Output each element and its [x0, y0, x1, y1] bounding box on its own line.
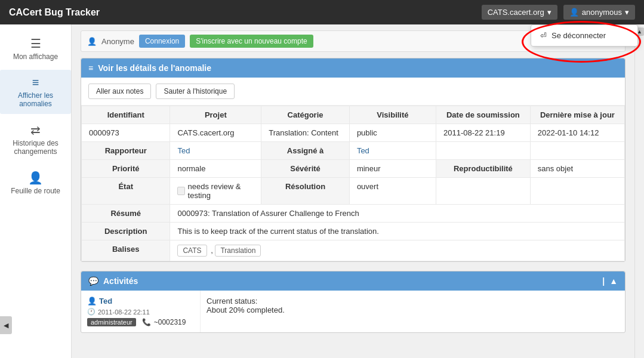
label-assigne: Assigné à — [261, 142, 350, 160]
cats-chevron-icon: ▾ — [547, 8, 551, 17]
sidebar-label-mon-affichage: Mon affichage — [13, 53, 58, 61]
activity-line1: Current status: — [207, 297, 619, 305]
empty-cell-1 — [436, 142, 531, 160]
label-severite: Sévérité — [261, 160, 350, 178]
anon-chevron-icon: ▾ — [625, 8, 629, 17]
cell-categorie: Translation: Content — [261, 124, 350, 142]
table-row-description: Description This is to keep track of the… — [82, 223, 625, 240]
app-brand: CACert Bug Tracker — [9, 7, 482, 18]
value-resolution: ouvert — [349, 178, 436, 205]
sidebar-item-afficher-anomalies[interactable]: ≡ Afficher les anomalies — [0, 70, 71, 114]
sidebar-item-mon-affichage[interactable]: ☰ Mon affichage — [0, 30, 71, 67]
anon-text: Anonyme — [101, 37, 134, 46]
label-reproductibilite: Reproductibilité — [436, 160, 531, 178]
activities-title: Activités — [103, 276, 138, 286]
status-badge: needs review & testing — [177, 182, 254, 200]
anon-icon: 👤 — [569, 8, 579, 17]
sidebar: ☰ Mon affichage ≡ Afficher les anomalies… — [0, 24, 72, 358]
value-priorite: normale — [170, 160, 261, 178]
value-assigne: Ted — [349, 142, 436, 160]
issue-panel-header: ≡ Voir les détails de l'anomalie — [81, 58, 625, 78]
goto-history-button[interactable]: Sauter à l'historique — [156, 84, 235, 99]
sidebar-item-feuille-route[interactable]: 👤 Feuille de route — [0, 165, 71, 201]
collapse-activities-icon[interactable]: ▲ — [609, 276, 618, 286]
scrollbar[interactable]: ▲ — [634, 24, 644, 358]
anon-dropdown[interactable]: 👤 anonymous ▾ — [563, 5, 635, 20]
value-resume: 0000973: Translation of Assurer Challeng… — [170, 205, 625, 223]
label-resume: Résumé — [82, 205, 170, 223]
panel-header-icon: ≡ — [88, 63, 93, 73]
list-icon: ≡ — [32, 76, 39, 90]
empty-cell-4 — [530, 178, 624, 205]
table-row-rapporteur: Rapporteur Ted Assigné à Ted — [82, 142, 625, 160]
activities-panel: 💬 Activités | ▲ 👤 Ted 🕐 2011-08-22 2 — [81, 271, 625, 333]
empty-cell-2 — [530, 142, 624, 160]
navbar: CACert Bug Tracker CATS.cacert.org ▾ 👤 a… — [0, 0, 644, 24]
issue-detail-panel: ≡ Voir les détails de l'anomalie Aller a… — [81, 58, 625, 262]
cell-id: 0000973 — [82, 124, 170, 142]
activity-role-row: administrateur 📞 ~0002319 — [87, 318, 194, 326]
value-rapporteur: Ted — [170, 142, 261, 160]
action-buttons: Aller aux notes Sauter à l'historique — [81, 78, 625, 106]
col-date-soumission: Date de soumission — [436, 106, 531, 124]
activities-panel-header: 💬 Activités | ▲ — [81, 271, 625, 291]
activity-user-col: 👤 Ted 🕐 2011-08-22 22:11 administrateur … — [81, 291, 201, 332]
cell-visibilite: public — [349, 124, 436, 142]
roadmap-icon: 👤 — [28, 171, 43, 185]
assigne-link[interactable]: Ted — [357, 146, 369, 155]
value-description: This is to keep track of the current sta… — [170, 223, 625, 240]
value-etat: needs review & testing — [170, 178, 261, 205]
table-row-balises: Balises CATS , Translation — [82, 240, 625, 261]
cats-dropdown-label: CATS.cacert.org — [488, 8, 544, 17]
table-row: 0000973 CATS.cacert.org Translation: Con… — [82, 124, 625, 142]
col-derniere-maj: Dernière mise à jour — [530, 106, 624, 124]
label-resolution: Résolution — [261, 178, 350, 205]
issue-details-table: Identifiant Projet Catégorie Visibilité … — [81, 106, 625, 261]
sidebar-label-afficher-anomalies: Afficher les anomalies — [3, 91, 68, 108]
logout-icon: ⏎ — [540, 31, 547, 40]
sidebar-item-historique[interactable]: ⇄ Historique des changements — [0, 117, 71, 162]
anon-dropdown-label: anonymous — [582, 8, 622, 17]
value-severite: mineur — [349, 160, 436, 178]
activity-clock-icon: 🕐 — [87, 308, 95, 316]
collapse-icon: ◀ — [4, 322, 8, 329]
label-rapporteur: Rapporteur — [82, 142, 170, 160]
cell-projet: CATS.cacert.org — [170, 124, 261, 142]
activity-user-link[interactable]: Ted — [99, 297, 112, 305]
activities-header-right: | ▲ — [602, 276, 618, 286]
connexion-button[interactable]: Connexion — [139, 35, 185, 48]
activity-phone-icon: 📞 — [142, 318, 151, 326]
table-row-priorite: Priorité normale Sévérité mineur Reprodu… — [82, 160, 625, 178]
tag-translation[interactable]: Translation — [215, 245, 261, 257]
logout-label: Se déconnecter — [551, 31, 606, 40]
empty-cell-3 — [436, 178, 531, 205]
label-etat: État — [82, 178, 170, 205]
activity-line2: About 20% completed. — [207, 305, 619, 314]
sidebar-collapse-button[interactable]: ◀ — [0, 316, 12, 334]
label-description: Description — [82, 223, 170, 240]
cats-dropdown[interactable]: CATS.cacert.org ▾ — [482, 5, 557, 20]
goto-notes-button[interactable]: Aller aux notes — [88, 84, 151, 99]
dashboard-icon: ☰ — [30, 36, 41, 51]
col-categorie: Catégorie — [261, 106, 350, 124]
value-balises: CATS , Translation — [170, 240, 625, 261]
activity-role-badge: administrateur — [87, 318, 136, 326]
rapporteur-link[interactable]: Ted — [177, 146, 190, 155]
label-balises: Balises — [82, 240, 170, 261]
activity-date-value: 2011-08-22 22:11 — [98, 308, 150, 316]
history-icon: ⇄ — [30, 123, 41, 137]
cell-maj: 2022-01-10 14:12 — [530, 124, 624, 142]
tag-cats[interactable]: CATS — [177, 245, 207, 257]
col-visibilite: Visibilité — [349, 106, 436, 124]
logout-dropdown: ⏎ Se déconnecter — [531, 24, 638, 47]
activities-header-left: 💬 Activités — [88, 276, 138, 286]
activity-user-icon: 👤 — [87, 297, 97, 305]
col-projet: Projet — [170, 106, 261, 124]
activity-content: Current status: About 20% completed. — [201, 291, 625, 332]
value-reproductibilite: sans objet — [530, 160, 624, 178]
activity-link[interactable]: ~0002319 — [154, 318, 186, 326]
logout-button[interactable]: ⏎ Se déconnecter — [531, 25, 637, 46]
navbar-right: CATS.cacert.org ▾ 👤 anonymous ▾ — [482, 5, 635, 20]
inscrire-button[interactable]: S'inscrire avec un nouveau compte — [190, 35, 313, 48]
label-priorite: Priorité — [82, 160, 170, 178]
